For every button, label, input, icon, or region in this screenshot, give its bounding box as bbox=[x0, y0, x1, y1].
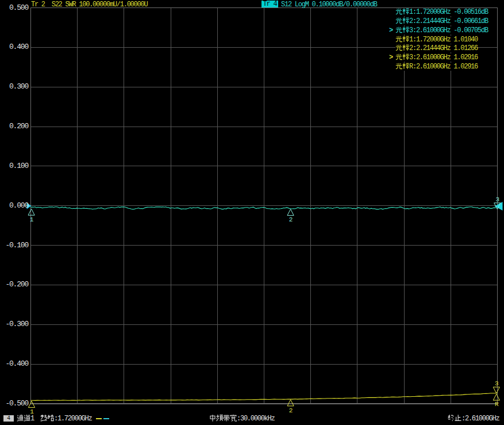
svg-text:2: 2 bbox=[289, 216, 293, 223]
svg-text:2: 2 bbox=[289, 407, 293, 414]
svg-text:3: 3 bbox=[495, 380, 499, 387]
svg-text:3: 3 bbox=[495, 196, 499, 203]
svg-text:R: R bbox=[495, 401, 499, 408]
svg-text:1: 1 bbox=[30, 216, 34, 223]
